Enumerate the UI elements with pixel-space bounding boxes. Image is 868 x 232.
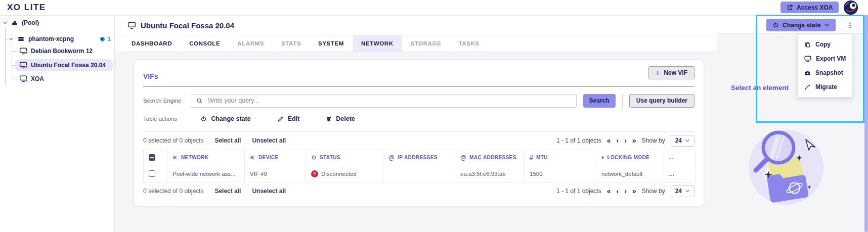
next-page-icon[interactable]: ›: [624, 188, 627, 195]
tab-network[interactable]: NETWORK: [353, 35, 402, 52]
column-network[interactable]: NETWORK: [167, 150, 245, 165]
disconnected-icon: ×: [311, 170, 318, 177]
column-status[interactable]: STATUS: [306, 150, 383, 165]
query-builder-button[interactable]: Use query builder: [629, 94, 695, 108]
sidebar-item-vm-ubuntu[interactable]: Ubuntu Focal Fossa 20.04: [19, 60, 106, 70]
page-size-select[interactable]: 24: [671, 185, 695, 197]
previous-page-icon[interactable]: ‹: [616, 137, 619, 144]
column-mac-addresses[interactable]: @MAC ADDRESSES: [455, 150, 525, 165]
next-page-icon[interactable]: ›: [624, 137, 627, 144]
vertical-divider: [622, 94, 623, 108]
at-icon: @: [388, 154, 395, 161]
unselect-all-link[interactable]: Unselect all: [252, 137, 286, 144]
search-row: Search Engine Search Use query builder: [143, 94, 695, 108]
monitor-icon: [804, 56, 811, 62]
camera-icon: [804, 70, 811, 76]
access-xoa-button[interactable]: Access XOA: [780, 2, 839, 13]
table-actions-row: Table actions Change state Edit Delete: [143, 113, 695, 124]
tab-alarms[interactable]: ALARMS: [229, 35, 273, 52]
show-by-label: Show by: [642, 188, 665, 195]
sidebar-item-vm-debian[interactable]: Debian Bookworm 12: [19, 46, 93, 56]
tab-tasks[interactable]: TASKS: [450, 35, 488, 52]
select-all-link[interactable]: Select all: [214, 188, 241, 195]
cell-ip-addresses: [383, 165, 455, 182]
pool-icon: [11, 20, 18, 26]
section-divider: [143, 86, 695, 87]
row-checkbox[interactable]: [149, 170, 155, 177]
list-icon: [172, 155, 178, 160]
copy-icon: [804, 41, 811, 48]
vm-label: Debian Bookworm 12: [31, 48, 93, 55]
vm-title-bar: Ubuntu Focal Fossa 20.04: [115, 16, 717, 35]
cell-status: ×Disconnected: [306, 165, 383, 182]
last-page-icon[interactable]: »: [632, 188, 636, 195]
vm-icon: [19, 62, 27, 69]
menu-item-copy[interactable]: Copy: [798, 37, 852, 52]
show-by-label: Show by: [642, 137, 665, 144]
column-locking-mode[interactable]: ▾LOCKING MODE: [596, 150, 663, 165]
hash-icon: #: [530, 154, 533, 161]
search-input[interactable]: [207, 97, 571, 105]
page-size-select[interactable]: 24: [671, 135, 695, 147]
tab-console[interactable]: CONSOLE: [181, 35, 229, 52]
first-page-icon[interactable]: «: [607, 137, 611, 144]
chevron-down-icon[interactable]: [3, 20, 8, 25]
select-element-illustration: [747, 126, 826, 207]
monitor-icon: [127, 22, 136, 29]
new-vif-button[interactable]: + New VIF: [648, 66, 695, 79]
plus-icon: +: [656, 69, 660, 77]
tab-dashboard[interactable]: DASHBOARD: [123, 35, 181, 52]
pagination-range: 1 - 1 of 1 objects: [556, 188, 601, 195]
tab-stats[interactable]: STATS: [273, 35, 310, 52]
list-icon: [250, 155, 255, 160]
chevron-down-icon: [824, 22, 830, 28]
more-actions-button[interactable]: ⋮: [841, 19, 859, 31]
menu-item-export-vm[interactable]: Export VM: [798, 52, 852, 66]
cell-locking-mode: network_default: [596, 165, 663, 182]
unselect-all-link[interactable]: Unselect all: [252, 188, 286, 195]
menu-item-snapshot[interactable]: Snapshot: [798, 66, 852, 80]
more-icon: ...: [668, 171, 690, 177]
chevron-down-icon: [685, 138, 690, 143]
trash-icon: [326, 116, 332, 122]
edit-action[interactable]: Edit: [274, 115, 303, 123]
chevron-down-icon[interactable]: [9, 36, 14, 41]
change-state-action[interactable]: Change state: [197, 115, 254, 123]
more-icon: ...: [668, 155, 690, 160]
network-tab-content: VIFs + New VIF Search Engine Search Use …: [115, 52, 717, 232]
tree-line: [12, 79, 18, 79]
column-mtu[interactable]: #MTU: [525, 150, 596, 165]
route-icon: [804, 84, 811, 90]
sidebar-item-pool[interactable]: (Pool): [3, 18, 39, 28]
last-page-icon[interactable]: »: [632, 137, 636, 144]
sidebar-item-host[interactable]: phantom-xcpng 1: [9, 34, 111, 44]
row-more-button[interactable]: ...: [663, 165, 696, 182]
sidebar: (Pool) phantom-xcpng 1 Debian Bookworm 1…: [0, 16, 115, 232]
avatar[interactable]: [844, 1, 858, 15]
select-all-checkbox[interactable]: [149, 154, 155, 161]
tree-line: [12, 51, 18, 52]
scrollbar[interactable]: [864, 15, 868, 232]
select-all-link[interactable]: Select all: [214, 137, 241, 144]
tab-storage[interactable]: STORAGE: [402, 35, 450, 52]
kebab-icon: ⋮: [847, 21, 853, 29]
menu-item-migrate[interactable]: Migrate: [798, 80, 852, 94]
selection-summary: 0 selected of 0 objects: [143, 188, 203, 195]
vm-label: Ubuntu Focal Fossa 20.04: [31, 62, 106, 69]
column-more[interactable]: ...: [663, 150, 696, 165]
column-device[interactable]: DEVICE: [245, 150, 306, 165]
table-row[interactable]: Pool-wide network ass... VIF #0 ×Disconn…: [144, 165, 696, 182]
sidebar-item-vm-xoa[interactable]: XOA: [19, 74, 44, 84]
search-icon: [196, 98, 203, 104]
first-page-icon[interactable]: «: [607, 188, 611, 195]
column-ip-addresses[interactable]: @IP ADDRESSES: [383, 150, 455, 165]
change-state-button[interactable]: Change state: [766, 19, 836, 31]
tab-system[interactable]: SYSTEM: [310, 35, 353, 52]
selection-pagination-top: 0 selected of 0 objects Select all Unsel…: [143, 134, 695, 147]
vm-tabs: DASHBOARD CONSOLE ALARMS STATS SYSTEM NE…: [115, 35, 717, 52]
previous-page-icon[interactable]: ‹: [616, 188, 619, 195]
top-bar: XO LITE Access XOA: [0, 0, 868, 16]
vifs-section-title: VIFs: [143, 72, 158, 80]
search-button[interactable]: Search: [583, 94, 616, 108]
delete-action[interactable]: Delete: [323, 115, 358, 123]
